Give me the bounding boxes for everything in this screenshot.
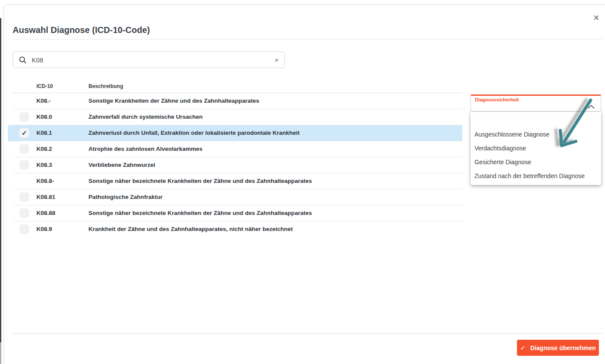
apply-diagnosis-button[interactable]: ✓ Diagnose übernehmen: [517, 340, 599, 356]
check-icon: ✓: [22, 129, 27, 137]
table-header: ICD-10 Beschreibung: [8, 81, 462, 93]
row-description: Sonstige näher bezeichnete Krankheiten d…: [88, 210, 312, 216]
apply-diagnosis-label: Diagnose übernehmen: [530, 344, 596, 351]
table-row[interactable]: ✓ K08.1 Zahnverlust durch Unfall, Extrak…: [8, 125, 462, 141]
row-icd-code: K08.3: [36, 162, 52, 168]
table-row[interactable]: ✓ K08.3 Verbliebene Zahnwurzel: [8, 157, 462, 173]
title-divider: [13, 39, 602, 39]
row-icd-code: K08.81: [36, 194, 56, 200]
table-row[interactable]: ✓ K08.9 Krankheit der Zähne und des Zahn…: [8, 221, 462, 237]
background-window-edge-bottom: [0, 342, 1, 364]
select-label: Diagnosesicherheit: [475, 97, 519, 102]
close-glyph: ×: [593, 12, 599, 24]
dropdown-option[interactable]: Verdachtsdiagnose: [471, 141, 601, 155]
row-description: Pathologische Zahnfraktur: [88, 194, 163, 200]
row-icd-code: K08.2: [36, 146, 52, 152]
table-row[interactable]: ✓ K08.- Sonstige Krankheiten der Zähne u…: [8, 93, 462, 109]
row-checkbox[interactable]: ✓: [20, 160, 29, 170]
row-checkbox[interactable]: ✓: [20, 128, 29, 138]
row-icd-code: K08.1: [36, 130, 52, 136]
diagnosis-selection-modal: × Auswahl Diagnose (ICD-10-Code) K08 × I…: [3, 4, 605, 364]
row-icd-code: K08.-: [36, 98, 51, 104]
row-icd-code: K08.8-: [36, 178, 54, 184]
column-header-icd10: ICD-10: [36, 83, 53, 89]
row-checkbox[interactable]: ✓: [20, 144, 29, 154]
row-icd-code: K08.9: [36, 226, 52, 232]
row-checkbox[interactable]: ✓: [20, 112, 29, 122]
row-description: Verbliebene Zahnwurzel: [88, 162, 155, 168]
dropdown-option[interactable]: Zustand nach der betreffenden Diagnose: [471, 169, 601, 183]
icd-table-body: ✓ K08.- Sonstige Krankheiten der Zähne u…: [8, 93, 462, 237]
search-icon: [19, 56, 27, 64]
footer-divider: [13, 333, 602, 334]
check-icon: ✓: [520, 344, 526, 352]
dropdown-option[interactable]: Ausgeschlossene Diagnose: [471, 127, 601, 141]
row-description: Zahnverfall durch systemische Ursachen: [88, 114, 203, 120]
row-icd-code: K08.88: [36, 210, 56, 216]
row-checkbox[interactable]: ✓: [20, 192, 29, 202]
table-row[interactable]: ✓ K08.0 Zahnverfall durch systemische Ur…: [8, 109, 462, 125]
chevron-up-icon[interactable]: [588, 103, 595, 110]
row-description: Sonstige Krankheiten der Zähne und des Z…: [88, 98, 259, 104]
background-window-edge: [0, 18, 1, 342]
row-icd-code: K08.0: [36, 114, 52, 120]
row-checkbox[interactable]: ✓: [20, 208, 29, 218]
table-row[interactable]: ✓ K08.8- Sonstige näher bezeichnete Kran…: [8, 173, 462, 189]
row-description: Zahnverlust durch Unfall, Extraktion ode…: [88, 130, 300, 136]
diagnosesicherheit-select[interactable]: Diagnosesicherheit: [471, 94, 601, 112]
table-row[interactable]: ✓ K08.2 Atrophie des zahnlosen Alveolark…: [8, 141, 462, 157]
table-row[interactable]: ✓ K08.88 Sonstige näher bezeichnete Kran…: [8, 205, 462, 221]
search-input[interactable]: K08: [32, 56, 269, 64]
column-header-description: Beschreibung: [88, 83, 123, 89]
row-checkbox[interactable]: ✓: [20, 224, 29, 234]
diagnosesicherheit-dropdown-menu: Ausgeschlossene DiagnoseVerdachtsdiagnos…: [471, 112, 601, 185]
row-description: Atrophie des zahnlosen Alveolarkammes: [88, 146, 203, 152]
modal-title: Auswahl Diagnose (ICD-10-Code): [13, 25, 150, 35]
icd-search-field[interactable]: K08 ×: [13, 52, 285, 68]
clear-search-icon[interactable]: ×: [269, 56, 285, 64]
row-description: Sonstige näher bezeichnete Krankheiten d…: [88, 178, 312, 184]
close-icon[interactable]: ×: [590, 12, 602, 24]
table-row[interactable]: ✓ K08.81 Pathologische Zahnfraktur: [8, 189, 462, 205]
row-description: Krankheit der Zähne und des Zahnhalteapp…: [88, 226, 293, 232]
dropdown-option[interactable]: Gesicherte Diagnose: [471, 155, 601, 169]
